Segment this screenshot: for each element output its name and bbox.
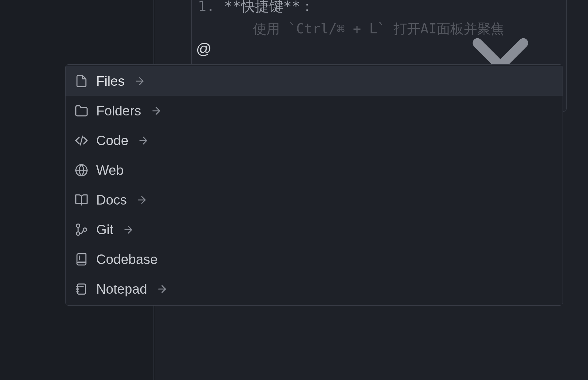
codebase-icon [75, 253, 88, 266]
code-icon [75, 134, 88, 147]
svg-point-7 [77, 224, 80, 227]
mention-menu: Files Folders Code Web Docs [65, 64, 563, 306]
menu-item-label: Notepad [96, 281, 147, 297]
menu-item-folders[interactable]: Folders [66, 96, 563, 126]
menu-item-web[interactable]: Web [66, 155, 563, 185]
menu-item-label: Web [96, 163, 124, 178]
menu-item-git[interactable]: Git [66, 215, 563, 244]
arrow-right-icon [134, 75, 145, 87]
code-text: **快捷键**： [224, 0, 314, 16]
menu-item-files[interactable]: Files [66, 66, 563, 96]
menu-item-label: Folders [96, 103, 141, 119]
arrow-right-icon [156, 283, 168, 295]
menu-item-label: Git [96, 222, 113, 237]
notepad-icon [75, 282, 88, 296]
arrow-right-icon [123, 224, 134, 235]
menu-item-code[interactable]: Code [66, 126, 563, 155]
docs-icon [75, 193, 88, 207]
folder-icon [75, 104, 88, 118]
arrow-right-icon [138, 135, 149, 146]
menu-item-label: Codebase [96, 252, 158, 267]
menu-item-label: Docs [96, 192, 127, 208]
svg-line-2 [80, 136, 82, 145]
arrow-right-icon [136, 194, 148, 206]
code-partial-line: 使用 `Ctrl/⌘ + L` 打开AI面板并聚焦 [253, 20, 504, 38]
code-line: 1. **快捷键**： [198, 0, 314, 16]
menu-item-docs[interactable]: Docs [66, 185, 563, 215]
at-mention-input[interactable]: @ [196, 40, 212, 58]
menu-item-label: Files [96, 73, 125, 89]
menu-item-label: Code [96, 133, 128, 148]
svg-point-9 [83, 228, 87, 231]
file-icon [75, 74, 88, 88]
line-number: 1. [198, 0, 215, 14]
menu-item-notepad[interactable]: Notepad [66, 274, 563, 304]
web-icon [75, 164, 88, 177]
git-icon [75, 223, 88, 236]
arrow-right-icon [150, 105, 162, 117]
menu-item-codebase[interactable]: Codebase [66, 244, 563, 274]
